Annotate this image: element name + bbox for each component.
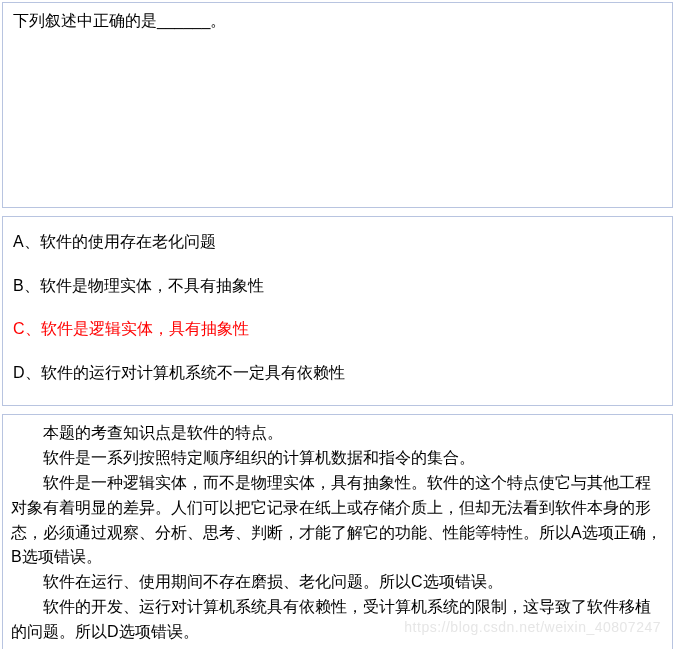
- explanation-line: 本题的考查知识点是软件的特点。: [11, 421, 664, 446]
- explanation-line: 软件是一种逻辑实体，而不是物理实体，具有抽象性。软件的这个特点使它与其他工程对象…: [11, 471, 664, 570]
- options-panel: A、软件的使用存在老化问题 B、软件是物理实体，不具有抽象性 C、软件是逻辑实体…: [2, 216, 673, 406]
- question-stem: 下列叙述中正确的是______。: [13, 9, 662, 33]
- option-d[interactable]: D、软件的运行对计算机系统不一定具有依赖性: [13, 360, 662, 386]
- option-a[interactable]: A、软件的使用存在老化问题: [13, 229, 662, 255]
- question-panel: 下列叙述中正确的是______。: [2, 2, 673, 208]
- explanation-panel: 本题的考查知识点是软件的特点。 软件是一系列按照特定顺序组织的计算机数据和指令的…: [2, 414, 673, 649]
- option-b[interactable]: B、软件是物理实体，不具有抽象性: [13, 273, 662, 299]
- option-c[interactable]: C、软件是逻辑实体，具有抽象性: [13, 316, 662, 342]
- explanation-line: 软件在运行、使用期间不存在磨损、老化问题。所以C选项错误。: [11, 570, 664, 595]
- explanation-line: 软件是一系列按照特定顺序组织的计算机数据和指令的集合。: [11, 446, 664, 471]
- explanation-line: 软件的开发、运行对计算机系统具有依赖性，受计算机系统的限制，这导致了软件移植的问…: [11, 595, 664, 645]
